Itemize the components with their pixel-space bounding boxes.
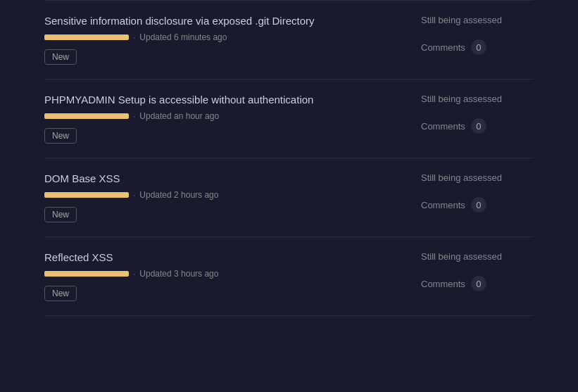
finding-item[interactable]: Sensitive information disclosure via exp… [44,0,534,80]
new-badge: New [44,49,77,65]
meta-dot: · [133,111,135,121]
finding-item[interactable]: Reflected XSS · Updated 3 hours ago New … [44,237,534,316]
status-text: Still being assessed [421,251,534,262]
updated-text: Updated 6 minutes ago [139,32,227,42]
severity-bar [44,271,129,277]
finding-meta: · Updated 6 minutes ago [44,32,407,42]
finding-right: Still being assessed Comments 0 [421,251,534,291]
comments-row: Comments 0 [421,197,534,213]
finding-title: PHPMYADMIN Setup is accessible without a… [44,94,407,106]
comments-row: Comments 0 [421,118,534,134]
comments-row: Comments 0 [421,39,534,55]
meta-dot: · [133,269,135,279]
finding-title: Sensitive information disclosure via exp… [44,15,407,27]
finding-meta: · Updated an hour ago [44,111,407,121]
comments-label: Comments [421,42,465,53]
meta-dot: · [133,32,135,42]
comments-label: Comments [421,121,465,132]
updated-text: Updated 3 hours ago [139,269,218,279]
finding-right: Still being assessed Comments 0 [421,15,534,55]
findings-container: Sensitive information disclosure via exp… [0,0,578,316]
finding-item[interactable]: PHPMYADMIN Setup is accessible without a… [44,80,534,158]
new-badge: New [44,128,77,144]
comments-label: Comments [421,200,465,210]
meta-dot: · [133,190,135,200]
finding-meta: · Updated 2 hours ago [44,190,407,200]
status-text: Still being assessed [421,15,534,25]
finding-right: Still being assessed Comments 0 [421,172,534,213]
finding-title: Reflected XSS [44,251,407,263]
finding-left: Sensitive information disclosure via exp… [44,15,421,65]
severity-bar [44,113,129,119]
finding-left: PHPMYADMIN Setup is accessible without a… [44,94,421,144]
comments-row: Comments 0 [421,276,534,291]
severity-bar [44,34,129,40]
new-badge: New [44,286,77,301]
finding-title: DOM Base XSS [44,172,407,184]
new-badge: New [44,207,77,222]
status-text: Still being assessed [421,94,534,104]
finding-item[interactable]: DOM Base XSS · Updated 2 hours ago New S… [44,158,534,237]
comments-count: 0 [471,197,486,213]
comments-label: Comments [421,279,465,289]
finding-left: DOM Base XSS · Updated 2 hours ago New [44,172,421,222]
finding-right: Still being assessed Comments 0 [421,94,534,134]
status-text: Still being assessed [421,172,534,183]
updated-text: Updated 2 hours ago [139,190,218,200]
comments-count: 0 [471,118,486,134]
comments-count: 0 [471,39,486,55]
finding-meta: · Updated 3 hours ago [44,269,407,279]
finding-left: Reflected XSS · Updated 3 hours ago New [44,251,421,301]
updated-text: Updated an hour ago [139,111,219,121]
severity-bar [44,192,129,198]
comments-count: 0 [471,276,486,291]
